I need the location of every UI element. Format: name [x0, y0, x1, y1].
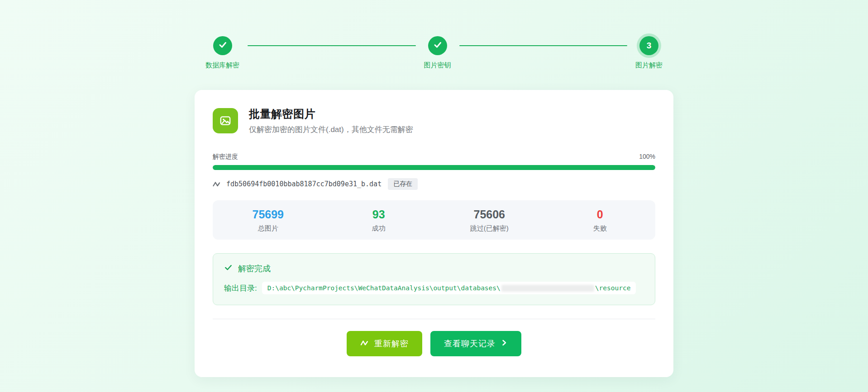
- step-circle-image-decrypt[interactable]: 3: [639, 36, 658, 55]
- card-header: 批量解密图片 仅解密加密的图片文件(.dat)，其他文件无需解密: [213, 107, 655, 135]
- stat-skipped-value: 75606: [473, 208, 505, 221]
- redacted-blur: [501, 285, 594, 292]
- stat-skipped: 75606 跳过(已解密): [434, 208, 545, 233]
- stat-skipped-label: 跳过(已解密): [470, 224, 509, 233]
- step-connector: [459, 45, 628, 46]
- actions-row: 重新解密 查看聊天记录: [213, 331, 655, 356]
- image-icon: [213, 108, 238, 133]
- stat-success: 93 成功: [324, 208, 434, 233]
- divider: [213, 319, 655, 319]
- view-chat-button[interactable]: 查看聊天记录: [430, 331, 521, 356]
- wave-icon: [213, 181, 221, 187]
- step-circle-database[interactable]: [213, 36, 232, 55]
- output-dir-label: 输出目录:: [224, 283, 257, 293]
- step-label-image-decrypt: 图片解密: [635, 61, 663, 70]
- stat-success-value: 93: [372, 208, 385, 221]
- step-circle-image-key[interactable]: [428, 36, 447, 55]
- redecrypt-button[interactable]: 重新解密: [347, 331, 422, 356]
- current-file-row: fdb50694fb0010bbab8187cc7bd09e31_b.dat 已…: [213, 178, 655, 190]
- check-icon: [224, 263, 233, 274]
- step-label-image-key: 图片密钥: [424, 61, 451, 70]
- exists-badge: 已存在: [388, 178, 418, 190]
- progress-bar: [213, 165, 655, 170]
- output-path-suffix: \resource: [595, 284, 631, 292]
- stat-total: 75699 总图片: [213, 208, 324, 233]
- check-icon: [218, 40, 227, 52]
- stat-total-value: 75699: [252, 208, 284, 221]
- result-panel: 解密完成 输出目录: D:\abc\PycharmProjects\WeChat…: [213, 253, 655, 305]
- step-connector: [248, 45, 416, 46]
- view-chat-button-label: 查看聊天记录: [444, 338, 496, 349]
- current-file-name: fdb50694fb0010bbab8187cc7bd09e31_b.dat: [226, 180, 382, 188]
- result-status: 解密完成: [224, 263, 644, 274]
- stat-failed-value: 0: [597, 208, 603, 221]
- stat-success-label: 成功: [372, 224, 386, 233]
- step-item-image-key: 图片密钥: [424, 36, 451, 70]
- output-dir-row: 输出目录: D:\abc\PycharmProjects\WeChatDataA…: [224, 282, 644, 294]
- stats-panel: 75699 总图片 93 成功 75606 跳过(已解密) 0 失败: [213, 200, 655, 240]
- stat-failed-label: 失败: [593, 224, 607, 233]
- check-icon: [433, 40, 442, 52]
- progress-fill: [213, 165, 655, 170]
- redecrypt-button-label: 重新解密: [374, 338, 409, 349]
- chevron-right-icon: [501, 339, 508, 349]
- progress-label: 解密进度: [213, 153, 238, 161]
- page-subtitle: 仅解密加密的图片文件(.dat)，其他文件无需解密: [249, 124, 413, 135]
- result-status-text: 解密完成: [238, 263, 271, 274]
- step-item-database: 数据库解密: [205, 36, 239, 70]
- step-label-database: 数据库解密: [205, 61, 239, 70]
- step-item-image-decrypt: 3 图片解密: [635, 36, 663, 70]
- output-path: D:\abc\PycharmProjects\WeChatDataAnalysi…: [262, 282, 636, 294]
- stepper: 数据库解密 图片密钥 3 图片解密: [205, 0, 663, 70]
- wave-icon: [360, 339, 369, 349]
- progress-header: 解密进度 100%: [213, 153, 655, 161]
- stat-failed: 0 失败: [545, 208, 656, 233]
- progress-percent: 100%: [639, 153, 655, 160]
- step-number: 3: [647, 41, 652, 51]
- decrypt-card: 批量解密图片 仅解密加密的图片文件(.dat)，其他文件无需解密 解密进度 10…: [195, 90, 673, 377]
- stat-total-label: 总图片: [258, 224, 278, 233]
- output-path-prefix: D:\abc\PycharmProjects\WeChatDataAnalysi…: [267, 284, 501, 292]
- page-title: 批量解密图片: [249, 107, 413, 121]
- card-header-text: 批量解密图片 仅解密加密的图片文件(.dat)，其他文件无需解密: [249, 107, 413, 135]
